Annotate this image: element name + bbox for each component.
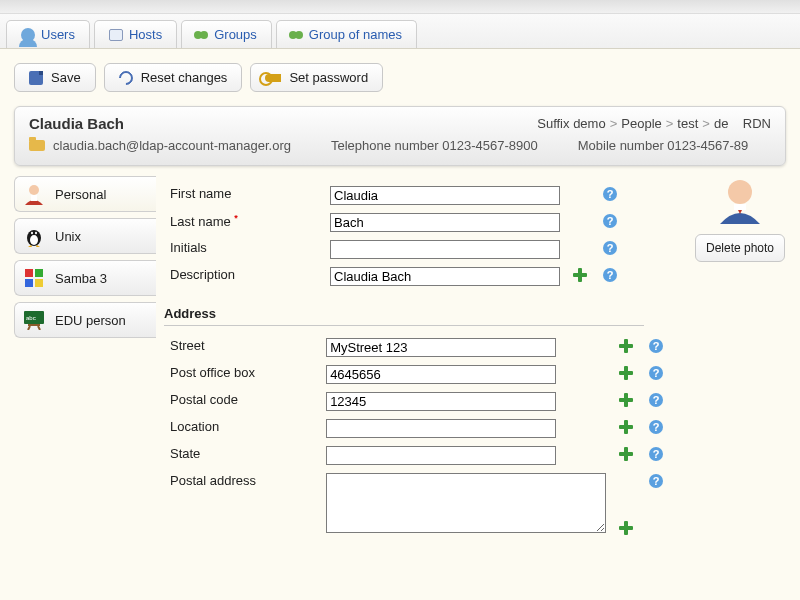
svg-point-5 [35, 232, 37, 234]
svg-text:?: ? [607, 215, 614, 227]
sidebar-item-unix[interactable]: Unix [14, 218, 156, 254]
last-name-input[interactable] [330, 213, 560, 232]
svg-text:?: ? [653, 421, 660, 433]
nav-tab-users[interactable]: Users [6, 20, 90, 48]
help-icon[interactable]: ? [602, 240, 620, 256]
help-icon[interactable]: ? [648, 446, 666, 462]
svg-rect-26 [619, 344, 633, 348]
svg-rect-42 [619, 452, 633, 456]
reset-button[interactable]: Reset changes [104, 63, 243, 92]
postal-input[interactable] [326, 392, 556, 411]
svg-rect-38 [619, 425, 633, 429]
add-icon[interactable] [572, 267, 590, 283]
label-description: Description [164, 263, 324, 290]
add-icon[interactable] [618, 520, 636, 536]
pobox-input[interactable] [326, 365, 556, 384]
svg-text:?: ? [653, 367, 660, 379]
module-sidebar: Personal Unix Samba 3 abc EDU person [14, 172, 156, 550]
initials-input[interactable] [330, 240, 560, 259]
svg-text:abc: abc [26, 315, 36, 321]
group-icon [196, 31, 208, 39]
undo-icon [116, 68, 136, 88]
svg-rect-46 [619, 526, 633, 530]
state-input[interactable] [326, 446, 556, 465]
svg-rect-8 [25, 279, 33, 287]
action-toolbar: Save Reset changes Set password [0, 49, 800, 106]
folder-icon [29, 140, 45, 151]
top-nav: Users Hosts Groups Group of names [0, 14, 800, 49]
sidebar-item-personal[interactable]: Personal [14, 176, 156, 212]
user-icon [21, 28, 35, 42]
save-button[interactable]: Save [14, 63, 96, 92]
sidebar-item-samba[interactable]: Samba 3 [14, 260, 156, 296]
label-last-name: Last name * [164, 209, 324, 236]
svg-rect-34 [619, 398, 633, 402]
help-icon[interactable]: ? [648, 419, 666, 435]
delete-photo-button[interactable]: Delete photo [695, 234, 785, 262]
svg-text:?: ? [607, 242, 614, 254]
section-address: Address [164, 296, 644, 326]
svg-text:?: ? [607, 269, 614, 281]
svg-text:?: ? [653, 394, 660, 406]
label-state: State [164, 442, 320, 469]
host-icon [109, 29, 123, 41]
label-location: Location [164, 415, 320, 442]
sidebar-item-edu[interactable]: abc EDU person [14, 302, 156, 338]
nav-tab-groups[interactable]: Groups [181, 20, 272, 48]
location-input[interactable] [326, 419, 556, 438]
svg-rect-30 [619, 371, 633, 375]
label-initials: Initials [164, 236, 324, 263]
entry-title: Claudia Bach [29, 115, 124, 132]
svg-rect-50 [734, 204, 746, 210]
group-icon [291, 31, 303, 39]
tux-icon [23, 225, 45, 247]
first-name-input[interactable] [330, 186, 560, 205]
photo-column: Delete photo [680, 172, 800, 550]
person-icon [23, 183, 45, 205]
add-icon[interactable] [618, 419, 636, 435]
chalkboard-icon: abc [23, 309, 45, 331]
help-icon[interactable]: ? [602, 213, 620, 229]
help-icon[interactable]: ? [648, 473, 666, 489]
disk-icon [29, 71, 43, 85]
postal-address-textarea[interactable] [326, 473, 606, 533]
nav-tab-hosts[interactable]: Hosts [94, 20, 177, 48]
svg-rect-7 [35, 269, 43, 277]
set-password-button[interactable]: Set password [250, 63, 383, 92]
help-icon[interactable]: ? [648, 338, 666, 354]
svg-line-13 [28, 326, 30, 330]
help-icon[interactable]: ? [648, 392, 666, 408]
add-icon[interactable] [618, 338, 636, 354]
form-area: First name? Last name *? Initials? Descr… [156, 172, 680, 550]
add-icon[interactable] [618, 365, 636, 381]
nav-tab-group-of-names[interactable]: Group of names [276, 20, 417, 48]
mobile-value: Mobile number 0123-4567-89 [578, 138, 749, 153]
svg-point-0 [29, 185, 39, 195]
svg-point-49 [728, 180, 752, 204]
telephone-value: Telephone number 0123-4567-8900 [331, 138, 538, 153]
windows-icon [23, 267, 45, 289]
description-input[interactable] [330, 267, 560, 286]
svg-text:?: ? [653, 340, 660, 352]
street-input[interactable] [326, 338, 556, 357]
svg-text:?: ? [653, 475, 660, 487]
add-icon[interactable] [618, 446, 636, 462]
svg-point-3 [30, 235, 38, 245]
svg-line-14 [38, 326, 40, 330]
svg-point-4 [31, 232, 33, 234]
label-first-name: First name [164, 182, 324, 209]
svg-rect-22 [573, 273, 587, 277]
key-icon [265, 74, 281, 82]
svg-rect-12 [28, 324, 40, 326]
label-street: Street [164, 334, 320, 361]
svg-rect-1 [31, 195, 37, 201]
help-icon[interactable]: ? [648, 365, 666, 381]
email-value: claudia.bach@ldap-account-manager.org [53, 138, 291, 153]
add-icon[interactable] [618, 392, 636, 408]
label-pobox: Post office box [164, 361, 320, 388]
help-icon[interactable]: ? [602, 186, 620, 202]
entry-header: Claudia Bach Suffix demo>People>test>de … [14, 106, 786, 166]
help-icon[interactable]: ? [602, 267, 620, 283]
svg-rect-9 [35, 279, 43, 287]
svg-rect-6 [25, 269, 33, 277]
